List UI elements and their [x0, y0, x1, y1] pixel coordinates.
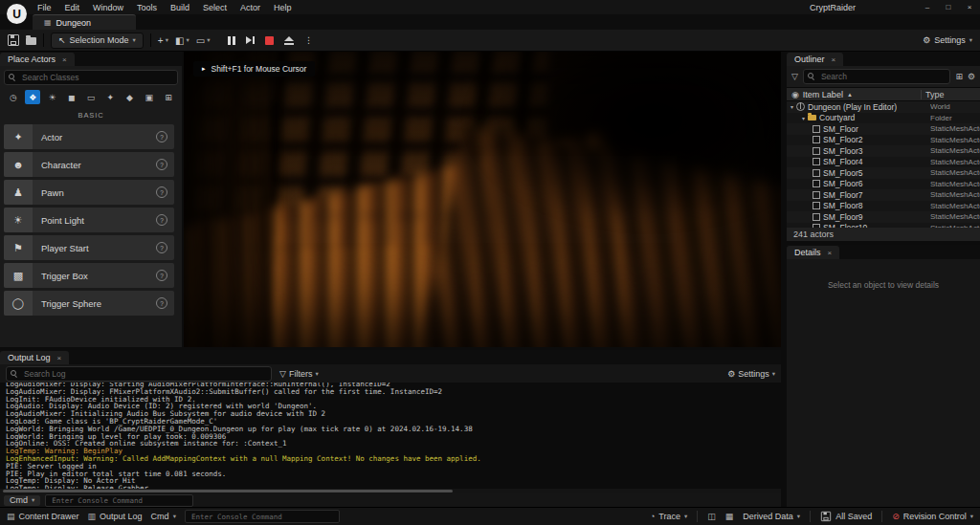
settings-dropdown[interactable]: ⚙ Settings ▾: [923, 35, 972, 45]
outliner-row[interactable]: SM_Floor9 StaticMeshActor: [787, 211, 980, 223]
save-status-icon: [821, 512, 831, 521]
save-icon[interactable]: [8, 34, 19, 46]
viewport[interactable]: ▸ Shift+F1 for Mouse Cursor: [184, 52, 781, 347]
place-actor-item-actor[interactable]: ✦ Actor ?: [4, 124, 174, 149]
outliner-row[interactable]: SM_Floor2 StaticMeshActor: [787, 135, 980, 146]
category-basic-icon[interactable]: ❖: [25, 90, 40, 104]
outliner-row-label: SM_Floor9: [823, 212, 927, 222]
derived-data-dropdown[interactable]: Derived Data ▾: [743, 512, 800, 521]
output-log-button[interactable]: ▥ Output Log: [88, 512, 143, 521]
scrollbar-thumb[interactable]: [3, 490, 453, 492]
tab-details[interactable]: Details ×: [787, 246, 839, 259]
eye-icon[interactable]: ◉: [791, 90, 799, 99]
filters-dropdown[interactable]: ▽ Filters ▾: [279, 369, 319, 379]
notifications-icon[interactable]: ◫: [707, 512, 716, 521]
tab-place-actors[interactable]: Place Actors ×: [0, 53, 75, 66]
search-log-input[interactable]: [22, 368, 267, 380]
eject-button[interactable]: [284, 36, 294, 45]
cinematics-icon: ▭: [196, 35, 205, 46]
place-actor-item-player-start[interactable]: ⚑ Player Start ?: [4, 235, 174, 260]
outliner-search[interactable]: [803, 69, 950, 84]
statusbar-console-box[interactable]: [185, 510, 340, 523]
pause-button[interactable]: [228, 36, 235, 45]
outliner-row[interactable]: SM_Floor7 StaticMeshActor: [787, 189, 980, 201]
place-actors-search[interactable]: [4, 70, 178, 85]
browse-content-icon[interactable]: [26, 37, 36, 45]
tab-dungeon-level[interactable]: ▦ Dungeon: [33, 14, 136, 30]
play-options-menu-icon[interactable]: ⋮: [304, 35, 313, 45]
close-button[interactable]: ×: [963, 3, 976, 11]
outliner-row-world[interactable]: ▾ Dungeon (Play In Editor) World: [787, 101, 980, 113]
blueprints-dropdown[interactable]: ◧ ▾: [175, 35, 189, 46]
menu-item-tools[interactable]: Tools: [130, 3, 164, 12]
minimize-button[interactable]: –: [921, 3, 934, 11]
close-icon[interactable]: ×: [62, 55, 67, 64]
place-actor-item-point-light[interactable]: ☀ Point Light ?: [4, 208, 174, 232]
outliner-row-folder[interactable]: ▾ Courtyard Folder: [787, 113, 980, 124]
category-shapes-icon[interactable]: ◼: [64, 90, 79, 104]
statusbar-cmd-dropdown[interactable]: Cmd ▾: [151, 512, 176, 521]
place-actors-title: Place Actors: [8, 55, 56, 64]
log-output-area[interactable]: LogAudioMixer: Display: Starting AudioMi…: [0, 383, 781, 489]
content-drawer-button[interactable]: ▤ Content Drawer: [7, 512, 79, 521]
column-type[interactable]: Type: [921, 90, 975, 99]
log-search[interactable]: [6, 366, 272, 382]
revision-control-dropdown[interactable]: ⊘ Revision Control ▾: [892, 512, 973, 521]
menu-item-build[interactable]: Build: [164, 3, 196, 12]
unreal-engine-logo-icon[interactable]: U: [7, 4, 27, 24]
outliner-settings-icon[interactable]: ⚙: [968, 72, 975, 81]
chevron-down-icon[interactable]: ▾: [791, 103, 793, 110]
menu-item-select[interactable]: Select: [196, 3, 234, 12]
tab-outliner[interactable]: Outliner ×: [787, 53, 843, 66]
place-actor-item-trigger-box[interactable]: ▩ Trigger Box ?: [4, 263, 174, 288]
grid-icon[interactable]: ▦: [725, 512, 734, 521]
column-item-label[interactable]: ◉ Item Label ▲: [791, 90, 921, 99]
all-saved-button[interactable]: All Saved: [820, 511, 872, 522]
cinematics-dropdown[interactable]: ▭ ▾: [196, 35, 211, 46]
category-lights-icon[interactable]: ☀: [45, 90, 60, 104]
tab-output-log[interactable]: Output Log ×: [0, 351, 69, 364]
menu-item-file[interactable]: File: [31, 3, 58, 12]
category-geometry-icon[interactable]: ◆: [122, 90, 138, 104]
trace-dropdown[interactable]: ◔ Trace ▾: [650, 512, 687, 521]
outliner-search-input[interactable]: [819, 71, 946, 82]
statusbar-console-input[interactable]: [189, 512, 335, 522]
menu-item-edit[interactable]: Edit: [58, 3, 87, 12]
outliner-row[interactable]: SM_Floor6 StaticMeshActor: [787, 179, 980, 190]
cmd-dropdown[interactable]: Cmd ▾: [4, 495, 40, 506]
selection-mode-dropdown[interactable]: ↖ Selection Mode ▾: [51, 33, 144, 49]
menu-item-window[interactable]: Window: [86, 3, 130, 12]
place-actor-item-pawn[interactable]: ♟ Pawn ?: [4, 180, 174, 205]
category-volumes-icon[interactable]: ▣: [142, 90, 157, 104]
stop-button[interactable]: [265, 36, 274, 45]
outliner-filter-icon[interactable]: ▽: [791, 72, 798, 81]
chevron-down-icon[interactable]: ▾: [802, 115, 805, 121]
maximize-button[interactable]: □: [942, 3, 955, 11]
place-actor-item-trigger-sphere[interactable]: ◯ Trigger Sphere ?: [4, 291, 174, 316]
outliner-row[interactable]: SM_Floor4 StaticMeshActor: [787, 157, 980, 168]
console-command-box[interactable]: [45, 494, 193, 507]
close-icon[interactable]: ×: [832, 55, 836, 64]
place-actor-item-character[interactable]: ☻ Character ?: [4, 152, 174, 177]
new-folder-icon[interactable]: ⊞: [955, 72, 963, 81]
console-command-input[interactable]: [50, 495, 189, 506]
outliner-row[interactable]: SM_Floor5 StaticMeshActor: [787, 167, 980, 179]
menu-item-actor[interactable]: Actor: [234, 3, 267, 12]
outliner-row[interactable]: SM_Floor8 StaticMeshActor: [787, 201, 980, 212]
add-actor-dropdown[interactable]: + ▾: [158, 35, 168, 46]
category-visual-effects-icon[interactable]: ✦: [102, 90, 118, 104]
outliner-row[interactable]: SM_Floor StaticMeshActor: [787, 123, 980, 135]
category-all-classes-icon[interactable]: ⊞: [161, 90, 176, 104]
category-recently-placed-icon[interactable]: ◷: [6, 90, 21, 104]
category-cinematic-icon[interactable]: ▭: [83, 90, 99, 104]
close-icon[interactable]: ×: [57, 354, 62, 362]
log-settings-dropdown[interactable]: ⚙ Settings ▾: [727, 369, 775, 379]
outliner-tabstrip: Outliner ×: [787, 52, 980, 66]
close-icon[interactable]: ×: [828, 249, 833, 257]
frame-skip-button[interactable]: [246, 36, 255, 44]
menu-item-help[interactable]: Help: [267, 3, 299, 12]
outliner-row-type: StaticMeshActor: [930, 180, 980, 188]
search-classes-input[interactable]: [20, 72, 173, 83]
outliner-row[interactable]: SM_Floor3 StaticMeshActor: [787, 145, 980, 157]
gear-icon: ⚙: [727, 369, 735, 379]
